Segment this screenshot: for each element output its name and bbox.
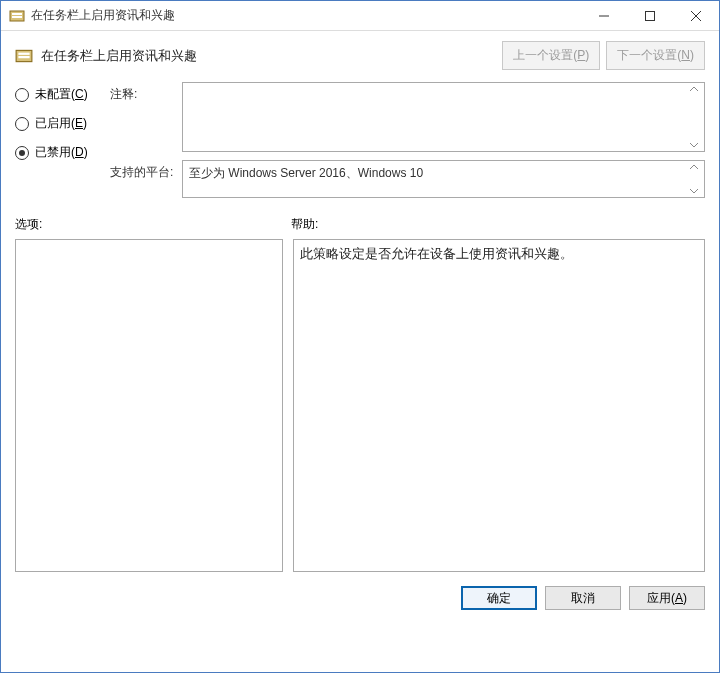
svg-rect-1 xyxy=(12,13,22,15)
policy-title: 在任务栏上启用资讯和兴趣 xyxy=(41,47,496,65)
apply-button[interactable]: 应用(A) xyxy=(629,586,705,610)
next-setting-button[interactable]: 下一个设置(N) xyxy=(606,41,705,70)
header: 在任务栏上启用资讯和兴趣 上一个设置(P) 下一个设置(N) xyxy=(1,31,719,82)
radio-disabled[interactable]: 已禁用(D) xyxy=(15,144,110,161)
policy-icon xyxy=(15,47,33,65)
prev-setting-button[interactable]: 上一个设置(P) xyxy=(502,41,600,70)
radio-label: 未配置(C) xyxy=(35,86,88,103)
config-radio-group: 未配置(C) 已启用(E) 已禁用(D) xyxy=(15,82,110,206)
cancel-button[interactable]: 取消 xyxy=(545,586,621,610)
scroll-arrows[interactable] xyxy=(688,163,702,195)
options-panel xyxy=(15,239,283,572)
minimize-button[interactable] xyxy=(581,1,627,31)
comment-label: 注释: xyxy=(110,82,182,152)
help-panel: 此策略设定是否允许在设备上使用资讯和兴趣。 xyxy=(293,239,705,572)
svg-rect-8 xyxy=(18,52,29,54)
options-label: 选项: xyxy=(15,216,291,233)
help-text: 此策略设定是否允许在设备上使用资讯和兴趣。 xyxy=(300,247,573,261)
supported-label: 支持的平台: xyxy=(110,160,182,198)
app-icon xyxy=(9,8,25,24)
comment-input[interactable] xyxy=(182,82,705,152)
radio-not-configured[interactable]: 未配置(C) xyxy=(15,86,110,103)
radio-icon xyxy=(15,146,29,160)
help-label: 帮助: xyxy=(291,216,318,233)
scroll-arrows[interactable] xyxy=(688,85,702,149)
radio-icon xyxy=(15,117,29,131)
radio-icon xyxy=(15,88,29,102)
svg-rect-2 xyxy=(12,16,22,18)
maximize-button[interactable] xyxy=(627,1,673,31)
radio-enabled[interactable]: 已启用(E) xyxy=(15,115,110,132)
ok-button[interactable]: 确定 xyxy=(461,586,537,610)
radio-label: 已禁用(D) xyxy=(35,144,88,161)
radio-label: 已启用(E) xyxy=(35,115,87,132)
close-button[interactable] xyxy=(673,1,719,31)
supported-platforms: 至少为 Windows Server 2016、Windows 10 xyxy=(182,160,705,198)
window-title: 在任务栏上启用资讯和兴趣 xyxy=(31,7,581,24)
footer: 确定 取消 应用(A) xyxy=(1,572,719,622)
titlebar: 在任务栏上启用资讯和兴趣 xyxy=(1,1,719,31)
svg-rect-9 xyxy=(18,56,29,58)
svg-rect-4 xyxy=(646,11,655,20)
